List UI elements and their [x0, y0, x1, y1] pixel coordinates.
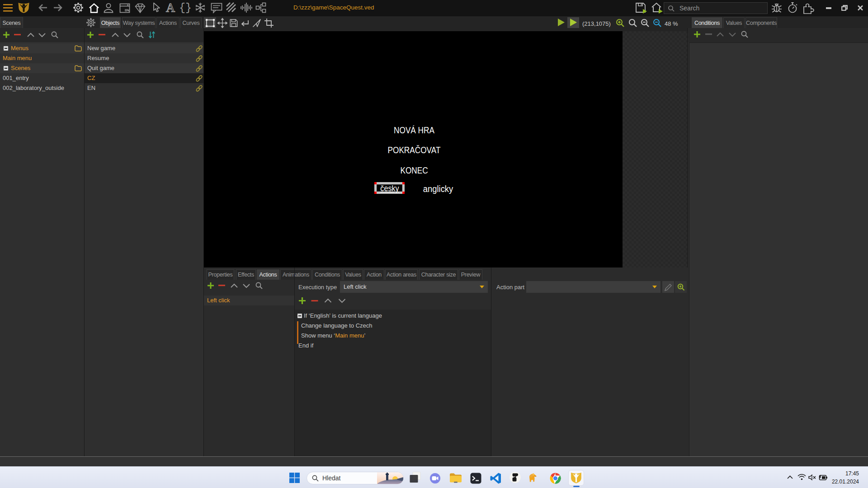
svg-text:A: A: [166, 0, 175, 14]
svg-text:{}: {}: [179, 2, 192, 14]
